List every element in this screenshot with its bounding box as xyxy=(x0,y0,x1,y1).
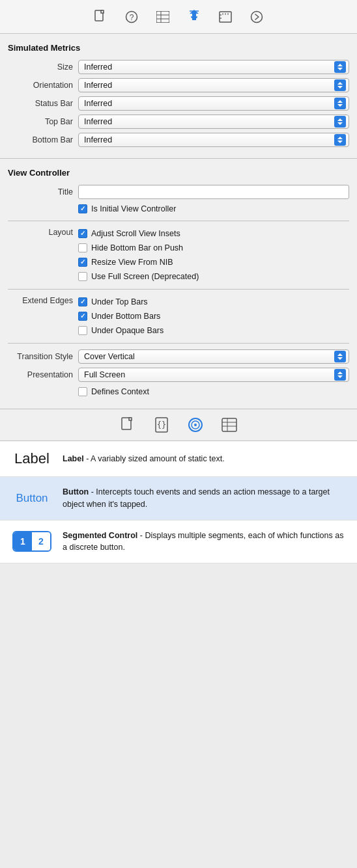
transition-style-label: Transition Style xyxy=(8,352,73,361)
ruler-icon[interactable] xyxy=(216,8,235,26)
arrow-right-icon[interactable] xyxy=(248,8,266,26)
orientation-select-arrow xyxy=(334,79,346,91)
size-select[interactable]: Inferred xyxy=(78,60,349,74)
simulated-metrics-section: Simulated Metrics Size Inferred Orientat… xyxy=(0,34,357,159)
orientation-select[interactable]: Inferred xyxy=(78,78,349,92)
vc-title-control xyxy=(78,185,349,199)
orientation-label: Orientation xyxy=(8,81,73,90)
presentation-select[interactable]: Full Screen xyxy=(78,368,349,382)
list-view-icon[interactable] xyxy=(154,8,172,26)
library-item-segmented[interactable]: 1 2 Segmented Control - Displays multipl… xyxy=(0,521,357,564)
resize-view-checkbox[interactable] xyxy=(78,258,87,267)
seg-item-1: 1 xyxy=(14,532,32,550)
under-top-bars-checkbox[interactable] xyxy=(78,297,87,306)
view-controller-title: View Controller xyxy=(0,165,357,183)
under-bottom-bars-checkbox[interactable] xyxy=(78,312,87,321)
orientation-row: Orientation Inferred xyxy=(0,76,357,94)
status-bar-label: Status Bar xyxy=(8,99,73,108)
vc-title-row: Title xyxy=(0,183,357,201)
top-bar-select[interactable]: Inferred xyxy=(78,115,349,129)
defines-context-checkbox[interactable] xyxy=(78,387,87,396)
hide-bottom-bar-row: Hide Bottom Bar on Push xyxy=(78,241,349,255)
vc-title-label: Title xyxy=(8,187,73,197)
svg-rect-23 xyxy=(222,418,236,431)
under-opaque-bars-checkbox[interactable] xyxy=(78,326,87,335)
file-bottom-icon[interactable] xyxy=(119,416,137,434)
bottom-bar-select-arrow xyxy=(334,134,346,146)
layout-group: Layout Adjust Scroll View Insets Hide Bo… xyxy=(0,225,357,285)
svg-rect-4 xyxy=(156,11,169,23)
presentation-arrow xyxy=(334,369,346,381)
library-item-button[interactable]: Button Button - Intercepts touch events … xyxy=(0,477,357,521)
use-full-screen-row: Use Full Screen (Deprecated) xyxy=(78,269,349,284)
svg-rect-1 xyxy=(101,10,104,13)
is-initial-row: Is Initial View Controller xyxy=(0,201,357,217)
vc-title-input[interactable] xyxy=(78,185,349,199)
orientation-control: Inferred xyxy=(78,78,349,92)
adjust-scroll-checkbox[interactable] xyxy=(78,229,87,238)
segmented-control-preview: 1 2 xyxy=(12,531,51,552)
extend-edges-label: Extend Edges xyxy=(8,295,73,305)
download-arrow-icon[interactable] xyxy=(185,8,203,26)
simulated-metrics-title: Simulated Metrics xyxy=(0,40,357,58)
button-preview: Button xyxy=(9,492,55,505)
layout-label: Layout xyxy=(8,226,73,237)
size-row: Size Inferred xyxy=(0,58,357,76)
bottom-bar-control: Inferred xyxy=(78,133,349,147)
orientation-value: Inferred xyxy=(84,81,112,90)
code-bottom-icon[interactable]: {} xyxy=(152,416,171,434)
table-bottom-icon[interactable] xyxy=(220,416,238,434)
adjust-scroll-row: Adjust Scroll View Insets xyxy=(78,226,349,241)
under-bottom-bars-label: Under Bottom Bars xyxy=(91,312,160,321)
segmented-preview: 1 2 xyxy=(9,531,55,552)
extend-edges-group: Extend Edges Under Top Bars Under Bottom… xyxy=(0,293,357,339)
transition-style-arrow xyxy=(334,351,346,362)
top-bar-label: Top Bar xyxy=(8,117,73,126)
transition-style-value: Cover Vertical xyxy=(84,352,135,361)
bottom-bar-row: Bottom Bar Inferred xyxy=(0,131,357,149)
presentation-label: Presentation xyxy=(8,370,73,379)
label-title: Label xyxy=(63,454,84,463)
size-select-arrow xyxy=(334,61,346,73)
presentation-row: Presentation Full Screen xyxy=(0,366,357,384)
is-initial-checkbox[interactable] xyxy=(78,204,87,213)
resize-view-row: Resize View From NIB xyxy=(78,255,349,269)
button-desc-text: - Intercepts touch events and sends an a… xyxy=(63,487,330,509)
extend-edges-content: Under Top Bars Under Bottom Bars Under O… xyxy=(78,295,349,338)
button-title: Button xyxy=(63,487,89,496)
status-bar-select-arrow xyxy=(334,98,346,109)
segmented-description: Segmented Control - Displays multiple se… xyxy=(63,530,348,554)
adjust-scroll-label: Adjust Scroll View Insets xyxy=(91,229,180,238)
use-full-screen-label: Use Full Screen (Deprecated) xyxy=(91,272,199,281)
defines-context-label: Defines Context xyxy=(91,387,149,396)
transition-style-select[interactable]: Cover Vertical xyxy=(78,349,349,364)
circle-bottom-icon[interactable] xyxy=(186,416,205,434)
status-bar-select[interactable]: Inferred xyxy=(78,96,349,111)
size-value: Inferred xyxy=(84,62,112,72)
hide-bottom-bar-label: Hide Bottom Bar on Push xyxy=(91,243,183,252)
extend-edges-row: Extend Edges Under Top Bars Under Bottom… xyxy=(8,293,349,339)
help-icon[interactable]: ? xyxy=(122,8,141,26)
hide-bottom-bar-checkbox[interactable] xyxy=(78,243,87,252)
status-bar-control: Inferred xyxy=(78,96,349,111)
presentation-control: Full Screen xyxy=(78,368,349,382)
top-bar-value: Inferred xyxy=(84,117,112,126)
svg-rect-17 xyxy=(129,418,132,420)
size-control: Inferred xyxy=(78,60,349,74)
top-bar-select-arrow xyxy=(334,116,346,128)
layout-content: Adjust Scroll View Insets Hide Bottom Ba… xyxy=(78,226,349,284)
status-bar-value: Inferred xyxy=(84,99,112,108)
label-desc-text: - A variably sized amount of static text… xyxy=(84,454,225,463)
use-full-screen-checkbox[interactable] xyxy=(78,272,87,281)
main-toolbar: ? xyxy=(0,0,357,34)
size-label: Size xyxy=(8,62,73,72)
transition-style-row: Transition Style Cover Vertical xyxy=(0,347,357,366)
bottom-bar-label: Bottom Bar xyxy=(8,135,73,144)
library-item-label[interactable]: Label Label - A variably sized amount of… xyxy=(0,441,357,477)
svg-text:?: ? xyxy=(130,13,134,22)
file-icon[interactable] xyxy=(91,8,109,26)
under-top-bars-label: Under Top Bars xyxy=(91,297,148,306)
bottom-bar-select[interactable]: Inferred xyxy=(78,133,349,147)
seg-item-2: 2 xyxy=(32,532,50,550)
segmented-title: Segmented Control xyxy=(63,531,137,540)
